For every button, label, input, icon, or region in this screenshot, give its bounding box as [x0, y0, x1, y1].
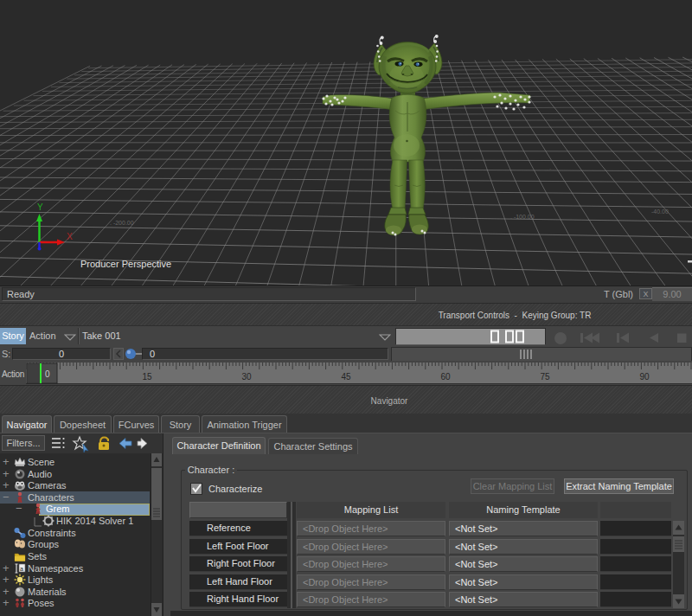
svg-text:45: 45 — [341, 372, 351, 382]
svg-text:60: 60 — [440, 372, 451, 382]
svg-text:. -100.00: . -100.00 — [510, 214, 535, 220]
svg-text:Y: Y — [37, 202, 43, 212]
svg-text:Producer Perspective: Producer Perspective — [80, 259, 171, 269]
svg-text:15: 15 — [142, 372, 152, 382]
svg-text:. -200.00: . -200.00 — [110, 220, 134, 226]
svg-text:0: 0 — [45, 369, 50, 379]
svg-text:a: a — [20, 566, 23, 572]
svg-text:X: X — [67, 232, 73, 241]
svg-text:-40.00: -40.00 — [651, 209, 669, 215]
svg-text:. - .: . - . — [547, 166, 554, 171]
svg-text:30: 30 — [241, 372, 252, 382]
svg-text:75: 75 — [540, 372, 550, 382]
svg-text:90: 90 — [639, 372, 650, 382]
